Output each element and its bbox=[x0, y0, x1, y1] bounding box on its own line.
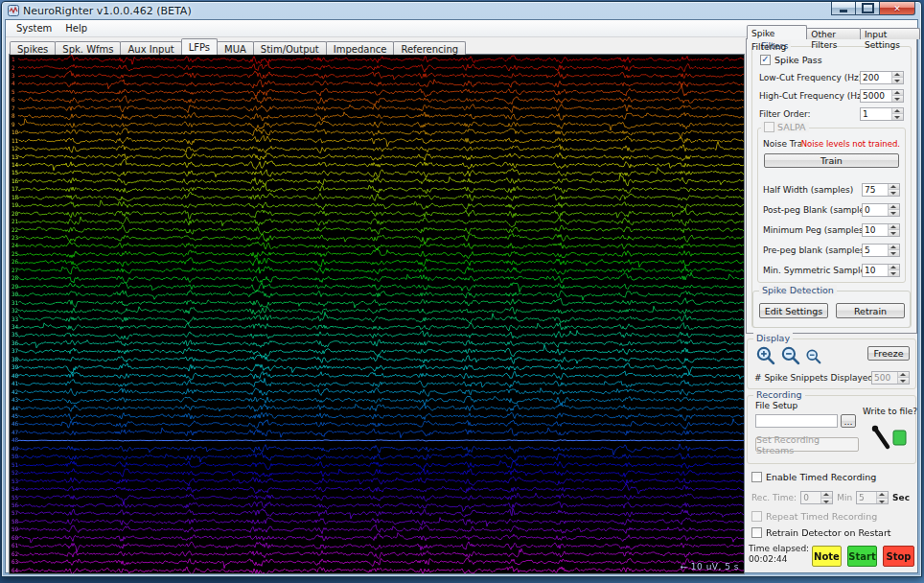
zoom-reset-icon[interactable] bbox=[805, 348, 821, 366]
post-peg-input[interactable]: 0 bbox=[862, 203, 900, 217]
post-peg-row: Post-peg Blank (samples) 0 bbox=[763, 202, 900, 217]
client-area: System Help Spikes Spk. Wfms Aux Input L… bbox=[5, 19, 918, 573]
time-elapsed-label: Time elapsed: bbox=[749, 544, 809, 553]
settings-panel: Spike Filtering Other Filters Input Sett… bbox=[746, 25, 919, 572]
spin-down-icon bbox=[898, 378, 909, 384]
spinner bbox=[897, 372, 909, 384]
filter-order-input[interactable]: 1 bbox=[860, 107, 904, 121]
titlebar[interactable]: NeuroRighter v1.0.0.462 (BETA) bbox=[6, 3, 917, 18]
pre-peg-row: Pre-peg blank (samples) 5 bbox=[763, 243, 900, 257]
spinner bbox=[888, 224, 899, 236]
noise-training-row: Noise Training Noise levels not trained. bbox=[763, 136, 900, 151]
spin-down-icon[interactable] bbox=[889, 230, 899, 236]
retrain-button[interactable]: Retrain bbox=[836, 303, 905, 318]
stop-button[interactable]: Stop bbox=[883, 546, 914, 567]
spin-down-icon[interactable] bbox=[892, 78, 903, 83]
tab-stim-output[interactable]: Stim/Output bbox=[253, 41, 327, 55]
spike-detection-group-label: Spike Detection bbox=[759, 285, 837, 295]
salpa-group-label: SALPA bbox=[761, 122, 809, 132]
set-recording-streams-button: Set Recording Streams bbox=[755, 437, 859, 452]
rec-time-label: Rec. Time: bbox=[751, 493, 797, 502]
rec-time-row: Rec. Time: 0 Min 5 Sec bbox=[751, 491, 919, 504]
tab-lfps[interactable]: LFPs bbox=[181, 38, 218, 55]
browse-button[interactable]: ... bbox=[841, 414, 856, 428]
checkbox-icon bbox=[751, 511, 762, 522]
write-switch-toggle[interactable] bbox=[866, 421, 909, 455]
high-cut-row: High-Cut Frequency (Hz): 5000 bbox=[759, 88, 904, 103]
app-window: NeuroRighter v1.0.0.462 (BETA) System He… bbox=[1, 1, 922, 577]
checkbox-icon bbox=[760, 55, 771, 65]
pre-peg-input[interactable]: 5 bbox=[862, 244, 900, 257]
spike-pass-checkbox[interactable]: Spike Pass bbox=[760, 55, 822, 65]
minimum-peg-input[interactable]: 10 bbox=[862, 223, 900, 237]
salpa-group: SALPA Noise Training Noise levels not tr… bbox=[757, 128, 906, 283]
spin-down-icon[interactable] bbox=[889, 250, 899, 256]
spinner bbox=[888, 265, 899, 276]
close-button[interactable] bbox=[879, 2, 915, 15]
lfp-traces-canvas[interactable] bbox=[10, 55, 744, 573]
filter-order-row: Filter Order: 1 bbox=[759, 106, 904, 121]
spike-detection-group: Spike Detection Edit Settings Retrain bbox=[752, 291, 911, 328]
tab-impedance[interactable]: Impedance bbox=[326, 41, 395, 55]
scale-label: ← 10 uV, 5 s bbox=[680, 562, 739, 571]
menu-help[interactable]: Help bbox=[58, 21, 94, 35]
edit-settings-button[interactable]: Edit Settings bbox=[759, 303, 828, 318]
train-button[interactable]: Train bbox=[764, 153, 899, 168]
low-cut-label: Low-Cut Frequency (Hz): bbox=[759, 73, 860, 82]
salpa-checkbox[interactable]: SALPA bbox=[764, 122, 806, 132]
display-group-label: Display bbox=[753, 333, 793, 343]
tab-input-settings[interactable]: Input Settings bbox=[860, 28, 920, 39]
minimum-peg-label: Minimum Peg (samples) bbox=[763, 225, 862, 235]
spinner bbox=[891, 90, 903, 102]
spin-down-icon[interactable] bbox=[889, 270, 899, 276]
spinner bbox=[820, 492, 832, 503]
min-symmetric-input[interactable]: 10 bbox=[862, 264, 900, 277]
spin-down-icon bbox=[821, 499, 832, 504]
spinner bbox=[888, 184, 899, 196]
retrain-detector-checkbox[interactable]: Retrain Detector on Restart bbox=[751, 527, 891, 538]
tab-spike-filtering[interactable]: Spike Filtering bbox=[747, 25, 807, 39]
high-cut-input[interactable]: 5000 bbox=[860, 89, 904, 103]
post-peg-label: Post-peg Blank (samples) bbox=[763, 205, 862, 215]
zoom-in-icon[interactable] bbox=[755, 345, 775, 367]
spin-down-icon[interactable] bbox=[889, 190, 899, 196]
minimum-peg-row: Minimum Peg (samples) 10 bbox=[763, 222, 900, 237]
pre-peg-label: Pre-peg blank (samples) bbox=[763, 245, 862, 255]
side-tabstrip: Spike Filtering Other Filters Input Sett… bbox=[747, 25, 919, 39]
checkbox-icon bbox=[751, 472, 762, 482]
low-cut-input[interactable]: 200 bbox=[860, 71, 904, 84]
filters-group: Filters Spike Pass Low-Cut Frequency (Hz… bbox=[751, 46, 912, 328]
tab-spikes[interactable]: Spikes bbox=[10, 41, 56, 55]
recording-group-label: Recording bbox=[753, 389, 805, 400]
lfp-plot[interactable]: ← 10 uV, 5 s bbox=[9, 54, 745, 574]
note-button[interactable]: Note bbox=[812, 546, 842, 567]
spin-down-icon[interactable] bbox=[892, 96, 903, 102]
tab-spk-wfms[interactable]: Spk. Wfms bbox=[55, 41, 121, 55]
tab-referencing[interactable]: Referencing bbox=[393, 41, 466, 55]
menu-system[interactable]: System bbox=[10, 21, 58, 35]
spin-down-icon[interactable] bbox=[892, 114, 903, 120]
maximize-button[interactable] bbox=[855, 2, 880, 15]
rec-time-sec-input: 5 bbox=[856, 491, 889, 504]
checkbox-icon bbox=[764, 122, 774, 132]
app-icon bbox=[8, 5, 19, 16]
tab-aux-input[interactable]: Aux Input bbox=[120, 41, 181, 55]
display-group: Display Freeze # Spike Snippets Displaye… bbox=[747, 338, 916, 389]
start-button[interactable]: Start bbox=[847, 546, 877, 567]
file-path-input[interactable] bbox=[755, 414, 838, 428]
enable-timed-recording-checkbox[interactable]: Enable Timed Recording bbox=[751, 472, 876, 482]
tab-mua[interactable]: MUA bbox=[217, 41, 254, 55]
repeat-timed-recording-checkbox: Repeat Timed Recording bbox=[751, 511, 877, 522]
snippets-input: 500 bbox=[871, 371, 910, 385]
tab-other-filters[interactable]: Other Filters bbox=[806, 28, 861, 39]
zoom-out-icon[interactable] bbox=[780, 345, 800, 367]
half-width-label: Half Width (samples) bbox=[763, 185, 853, 195]
filter-order-label: Filter Order: bbox=[759, 109, 811, 119]
write-to-file-label: Write to file? bbox=[863, 407, 917, 416]
minimize-button[interactable] bbox=[831, 2, 856, 15]
spin-down-icon[interactable] bbox=[889, 210, 899, 216]
spinner bbox=[888, 204, 899, 216]
half-width-input[interactable]: 75 bbox=[862, 183, 900, 197]
freeze-button[interactable]: Freeze bbox=[867, 346, 910, 361]
file-setup-label: File Setup bbox=[755, 401, 797, 410]
